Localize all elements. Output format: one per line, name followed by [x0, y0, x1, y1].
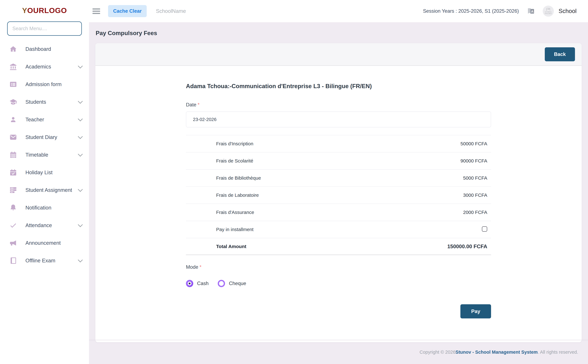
fee-value: 3000 FCFA: [463, 193, 491, 198]
profile-name[interactable]: School: [559, 8, 576, 14]
sidebar-item-label: Holiday List: [26, 169, 53, 176]
fee-table: Frais d'Inscription50000 FCFAFrais de Sc…: [186, 135, 491, 255]
sidebar-item-label: Attendance: [26, 222, 52, 228]
sidebar: YOURLOGO DashboardAcademicsAdmission for…: [0, 0, 89, 364]
bank-icon: [9, 63, 17, 71]
check-icon: [9, 221, 17, 229]
cash-radio-label: Cash: [197, 281, 209, 286]
chevron-down-icon: [78, 117, 83, 121]
installment-row: Pay in installment: [186, 221, 491, 238]
footer-link[interactable]: Stunov - School Management System: [456, 350, 538, 355]
chevron-down-icon: [78, 64, 83, 68]
sidebar-item-label: Students: [26, 99, 46, 105]
installment-checkbox[interactable]: [482, 226, 487, 232]
page-title: Pay Compulsory Fees: [96, 30, 588, 37]
hamburger-menu-icon[interactable]: [92, 7, 100, 15]
calendar-check-icon: [9, 169, 17, 176]
pay-fees-card: Back Adama Tchoua:-Communication d'Entre…: [95, 43, 582, 342]
sidebar-item-offline-exam[interactable]: Offline Exam: [0, 252, 89, 269]
no-image-icon: [546, 8, 550, 11]
required-asterisk: *: [198, 102, 199, 108]
avatar-placeholder-text: NO IMAGE AVAILABLE: [545, 11, 552, 14]
sidebar-item-label: Teacher: [26, 117, 44, 123]
sidebar-item-students[interactable]: Students: [0, 93, 89, 111]
sidebar-item-notification[interactable]: Notification: [0, 199, 89, 216]
total-value: 150000.00 FCFA: [447, 243, 491, 249]
sidebar-item-admission-form[interactable]: Admission form: [0, 75, 89, 93]
sidebar-item-label: Announcement: [26, 240, 61, 246]
sidebar-item-holiday-list[interactable]: Holiday List: [0, 163, 89, 181]
chevron-down-icon: [78, 152, 83, 156]
stack-icon: [9, 186, 17, 194]
session-years-text: Session Years : 2025-2026, S1 (2025-2026…: [423, 8, 519, 14]
sidebar-item-dashboard[interactable]: Dashboard: [0, 40, 89, 58]
search-input[interactable]: [7, 21, 82, 36]
radio-option-cheque[interactable]: Cheque: [218, 280, 246, 287]
cheque-radio[interactable]: [218, 280, 225, 287]
fee-row: Frais de Laboratoire3000 FCFA: [186, 186, 491, 204]
sidebar-item-attendance[interactable]: Attendance: [0, 216, 89, 234]
main-content: Pay Compulsory Fees Back Adama Tchoua:-C…: [89, 22, 588, 364]
sidebar-item-label: Student Assignment: [26, 187, 72, 193]
chevron-down-icon: [78, 187, 83, 192]
fee-row: Frais de Scolarité90000 FCFA: [186, 152, 491, 169]
copyright-text: Copyright © 2026: [420, 350, 456, 355]
fee-value: 2000 FCFA: [463, 210, 491, 215]
sidebar-item-label: Dashboard: [26, 46, 51, 52]
date-input[interactable]: [186, 111, 491, 127]
envelope-icon: [9, 133, 17, 141]
fee-label: Frais de Laboratoire: [186, 193, 259, 198]
sidebar-item-academics[interactable]: Academics: [0, 58, 89, 75]
form-icon: [9, 80, 17, 88]
radio-option-cash[interactable]: Cash: [186, 280, 209, 287]
footer: Copyright © 2026 Stunov - School Managem…: [89, 340, 588, 364]
avatar[interactable]: NO IMAGE AVAILABLE: [543, 6, 554, 17]
fee-value: 90000 FCFA: [461, 158, 491, 163]
date-label: Date*: [186, 102, 491, 108]
sidebar-item-label: Offline Exam: [26, 258, 55, 264]
sidebar-item-timetable[interactable]: Timetable: [0, 146, 89, 163]
sidebar-item-teacher[interactable]: Teacher: [0, 111, 89, 128]
cash-radio[interactable]: [186, 280, 193, 287]
sidebar-item-label: Student Diary: [26, 134, 57, 140]
calendar-icon: [9, 151, 17, 159]
graduation-cap-icon: [9, 98, 17, 106]
fee-row: Frais de Bibliothèque5000 FCFA: [186, 169, 491, 186]
home-icon: [9, 45, 17, 53]
chevron-down-icon: [78, 257, 83, 262]
fee-value: 50000 FCFA: [461, 141, 491, 146]
required-asterisk: *: [200, 264, 202, 270]
bell-icon: [9, 204, 17, 212]
chevron-down-icon: [78, 99, 83, 104]
fee-label: Frais d'Inscription: [186, 141, 253, 146]
fee-row: Frais d'Assurance2000 FCFA: [186, 204, 491, 221]
sidebar-item-announcement[interactable]: Announcement: [0, 234, 89, 252]
fee-row: Frais d'Inscription50000 FCFA: [186, 135, 491, 152]
mode-label: Mode*: [186, 264, 491, 270]
pay-button[interactable]: Pay: [460, 304, 491, 318]
mode-options: Cash Cheque: [186, 280, 491, 287]
fee-label: Frais de Scolarité: [186, 158, 253, 163]
book-icon: [9, 257, 17, 265]
svg-text:A: A: [531, 10, 534, 13]
card-header: Back: [95, 43, 582, 66]
language-translate-icon[interactable]: A: [527, 7, 535, 15]
total-label: Total Amount: [186, 244, 246, 249]
sidebar-menu: DashboardAcademicsAdmission formStudents…: [0, 40, 89, 269]
back-button[interactable]: Back: [545, 47, 575, 61]
sidebar-item-student-assignment[interactable]: Student Assignment: [0, 181, 89, 199]
sidebar-item-label: Academics: [26, 64, 51, 70]
fee-label: Frais de Bibliothèque: [186, 175, 261, 181]
sidebar-item-label: Notification: [26, 205, 51, 211]
chevron-down-icon: [78, 134, 83, 139]
sidebar-item-student-diary[interactable]: Student Diary: [0, 128, 89, 146]
topbar: Cache Clear SchoolName Session Years : 2…: [89, 0, 588, 22]
app-logo: YOURLOGO: [0, 6, 89, 15]
school-name-text: SchoolName: [156, 8, 186, 14]
cheque-radio-label: Cheque: [229, 281, 246, 286]
sidebar-item-label: Timetable: [26, 152, 48, 158]
student-course-heading: Adama Tchoua:-Communication d'Entreprise…: [186, 83, 491, 90]
person-icon: [9, 116, 17, 124]
installment-label: Pay in installment: [186, 227, 253, 232]
cache-clear-button[interactable]: Cache Clear: [108, 5, 147, 17]
